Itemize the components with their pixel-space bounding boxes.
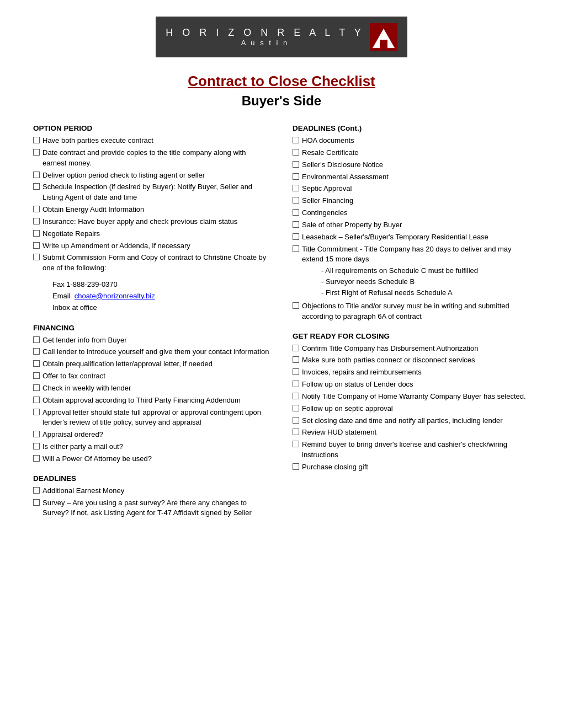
dash-item: - All requirements on Schedule C must be… (321, 266, 530, 276)
list-item: Set closing date and time and notify all… (293, 416, 530, 426)
logo-svg (370, 23, 397, 51)
list-item: Call lender to introduce yourself and gi… (33, 347, 270, 357)
list-item: Survey – Are you using a past survey? Ar… (33, 498, 270, 519)
checkbox[interactable] (33, 455, 40, 462)
checkbox[interactable] (293, 149, 299, 156)
list-item: Write up Amendment or Addenda, if necess… (33, 241, 270, 251)
checkbox[interactable] (33, 499, 40, 506)
list-item: Objections to Title and/or survey must b… (293, 301, 530, 322)
logo-box: H O R I Z O N R E A L T Y A u s t i n (156, 17, 407, 57)
list-item: Confirm Title Company has Disbursement A… (293, 344, 530, 354)
checkbox[interactable] (293, 393, 299, 399)
checkbox[interactable] (33, 336, 40, 343)
checkbox[interactable] (293, 173, 299, 180)
checkbox[interactable] (33, 137, 40, 143)
logo-container: H O R I Z O N R E A L T Y A u s t i n (33, 17, 530, 57)
checkbox[interactable] (293, 381, 299, 387)
checkbox[interactable] (33, 172, 40, 178)
list-item: Submit Commission Form and Copy of contr… (33, 253, 270, 274)
checkbox[interactable] (293, 137, 299, 143)
checkbox[interactable] (293, 429, 299, 435)
email-info: Email choate@horizonrealty.biz (52, 291, 270, 302)
right-column: DEADLINES (Cont.) HOA documents Resale C… (293, 124, 530, 478)
list-item: Negotiate Repairs (33, 229, 270, 239)
checkbox[interactable] (33, 384, 40, 391)
logo-icon (370, 23, 397, 51)
option-period-list: Have both parties execute contract Date … (33, 136, 270, 274)
logo-main-text: H O R I Z O N R E A L T Y (166, 27, 364, 39)
checkbox[interactable] (293, 209, 299, 216)
list-item: HOA documents (293, 136, 530, 146)
checkbox[interactable] (33, 487, 40, 494)
email-link[interactable]: choate@horizonrealty.biz (75, 292, 155, 300)
list-item: Invoices, repairs and reimbursements (293, 367, 530, 378)
section-header-get-ready: GET READY FOR CLOSING (293, 332, 530, 340)
list-item: Seller Financing (293, 196, 530, 206)
list-item: Title Commitment - Title Company has 20 … (293, 244, 530, 299)
page-subtitle: Buyer's Side (33, 93, 530, 109)
list-item: Schedule Inspection (if desired by Buyer… (33, 182, 270, 203)
list-item: Obtain approval according to Third Party… (33, 395, 270, 406)
checkbox[interactable] (293, 417, 299, 424)
inbox-info: Inbox at office (52, 302, 270, 314)
list-item: Offer to fax contract (33, 371, 270, 382)
list-item: Sale of other Property by Buyer (293, 220, 530, 231)
list-item: Environmental Assessment (293, 172, 530, 183)
page-subtitle-container: Buyer's Side (33, 93, 530, 109)
list-item: Check in weekly with lender (33, 383, 270, 394)
dash-list: - All requirements on Schedule C must be… (321, 266, 530, 298)
checkbox[interactable] (293, 233, 299, 240)
checkbox[interactable] (33, 254, 40, 260)
section-header-option-period: OPTION PERIOD (33, 124, 270, 132)
checkbox[interactable] (33, 218, 40, 224)
checkbox[interactable] (293, 441, 299, 447)
list-item: Date contract and provide copies to the … (33, 148, 270, 169)
list-item: Obtain Energy Audit Information (33, 205, 270, 215)
checkbox[interactable] (33, 397, 40, 403)
deadlines-list: Additional Earnest Money Survey – Are yo… (33, 486, 270, 519)
list-item: Resale Certificate (293, 148, 530, 158)
checkbox[interactable] (33, 206, 40, 212)
checkbox[interactable] (293, 463, 299, 470)
list-item: Leaseback – Seller's/Buyer's Temporary R… (293, 232, 530, 243)
contact-info: Fax 1-888-239-0370 Email choate@horizonr… (52, 279, 270, 313)
checkbox[interactable] (293, 245, 299, 252)
checkbox[interactable] (33, 230, 40, 237)
checkbox[interactable] (33, 372, 40, 379)
list-item: Appraisal ordered? (33, 430, 270, 440)
section-header-financing: FINANCING (33, 324, 270, 332)
checkbox[interactable] (293, 345, 299, 351)
checkbox[interactable] (293, 356, 299, 363)
list-item: Deliver option period check to listing a… (33, 170, 270, 181)
checkbox[interactable] (293, 405, 299, 411)
list-item: Make sure both parties connect or discon… (293, 355, 530, 366)
checkbox[interactable] (33, 348, 40, 355)
list-item: Notify Title Company of Home Warranty Co… (293, 392, 530, 402)
logo-sub-text: A u s t i n (241, 39, 289, 47)
list-item: Have both parties execute contract (33, 136, 270, 146)
checkbox[interactable] (33, 360, 40, 367)
page-title: Contract to Close Checklist (33, 73, 530, 90)
dash-item: - Surveyor needs Schedule B (321, 277, 530, 287)
list-item: Will a Power Of Attorney be used? (33, 454, 270, 464)
checkbox[interactable] (293, 302, 299, 309)
list-item: Insurance: Have buyer apply and check pr… (33, 217, 270, 227)
checkbox[interactable] (33, 183, 40, 190)
checkbox[interactable] (33, 409, 40, 415)
checkbox[interactable] (293, 197, 299, 204)
checkbox[interactable] (293, 368, 299, 375)
financing-list: Get lender info from Buyer Call lender t… (33, 335, 270, 464)
checkbox[interactable] (293, 221, 299, 228)
checkbox[interactable] (33, 443, 40, 449)
checkbox[interactable] (293, 161, 299, 168)
checkbox[interactable] (33, 242, 40, 249)
checkbox[interactable] (293, 185, 299, 191)
list-item: Follow up on septic approval (293, 404, 530, 414)
checkbox[interactable] (33, 149, 40, 156)
dash-item: - First Right of Refusal needs Schedule … (321, 288, 530, 298)
list-item: Contingencies (293, 208, 530, 218)
list-item: Get lender info from Buyer (33, 335, 270, 346)
list-item: Obtain prequalification letter/approval … (33, 359, 270, 370)
checkbox[interactable] (33, 431, 40, 437)
page-title-container: Contract to Close Checklist (33, 73, 530, 90)
